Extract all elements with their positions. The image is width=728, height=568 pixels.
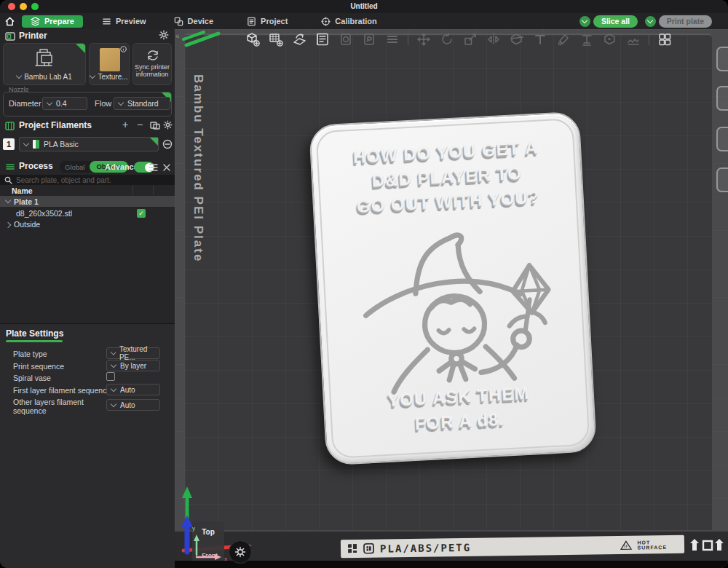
view-tool-button[interactable] bbox=[716, 167, 728, 192]
tab-project[interactable]: Project bbox=[238, 15, 296, 28]
sign-text-line: HOW DO YOU GET A bbox=[312, 133, 580, 172]
printer-device-icon bbox=[33, 48, 58, 68]
bambu-logo-icon bbox=[348, 544, 357, 553]
home-button[interactable] bbox=[0, 17, 19, 26]
object-table-icon[interactable] bbox=[314, 31, 331, 47]
clone-plate-icon[interactable] bbox=[338, 31, 354, 47]
tree-outside-label: Outside bbox=[14, 220, 40, 229]
tab-preview-label: Preview bbox=[116, 17, 146, 25]
mirror-icon[interactable] bbox=[486, 31, 502, 47]
sync-printer-label: Sync printer information bbox=[133, 63, 171, 78]
tree-row-object[interactable]: d8_260x3502.stl ✓ bbox=[0, 208, 175, 218]
add-object-icon[interactable] bbox=[245, 31, 261, 47]
print-sequence-select[interactable]: By layer bbox=[106, 360, 160, 371]
object-visible-checkbox[interactable]: ✓ bbox=[137, 209, 146, 218]
printer-device-label: Bambu Lab A1 bbox=[24, 73, 72, 81]
move-icon[interactable] bbox=[416, 31, 432, 47]
plate-slice-indicator-icon[interactable] bbox=[181, 29, 223, 48]
viewport-settings-button[interactable] bbox=[229, 540, 252, 564]
search-input[interactable] bbox=[0, 175, 175, 185]
tab-device[interactable]: Device bbox=[165, 15, 222, 28]
plate-label: Texture... bbox=[98, 73, 127, 81]
slice-options-chevron[interactable] bbox=[579, 16, 590, 27]
scope-global-option[interactable]: Global bbox=[60, 163, 90, 171]
fuzzy-skin-icon[interactable] bbox=[625, 31, 641, 47]
filament-sync-icon[interactable] bbox=[150, 121, 160, 130]
view-tool-button[interactable] bbox=[716, 86, 728, 111]
gear-icon bbox=[234, 545, 247, 559]
textured-plate-thumbnail bbox=[100, 48, 120, 71]
add-plate-icon[interactable] bbox=[268, 31, 284, 47]
tab-project-label: Project bbox=[261, 17, 288, 25]
add-filament-button[interactable]: + bbox=[122, 119, 128, 130]
arrange-icon[interactable] bbox=[657, 31, 673, 47]
search-icon bbox=[4, 176, 12, 184]
sidebar-collapse-handle[interactable]: « bbox=[175, 32, 180, 40]
warning-line2: SURFACE bbox=[638, 545, 668, 551]
print-sequence-label: Print sequence bbox=[13, 362, 64, 371]
sign-text-line: D&D PLAYER TO bbox=[312, 158, 581, 197]
chevron-down-icon bbox=[23, 140, 29, 146]
rotate-icon[interactable] bbox=[439, 31, 455, 47]
view-tool-button[interactable] bbox=[716, 47, 728, 71]
nozzle-diameter-select[interactable]: 0.4 bbox=[42, 97, 87, 110]
tab-prepare[interactable]: Prepare bbox=[22, 15, 83, 28]
spiral-vase-label: Spiral vase bbox=[13, 374, 51, 382]
filament-slot-number[interactable]: 1 bbox=[3, 138, 15, 150]
remove-filament-button[interactable]: − bbox=[137, 119, 143, 130]
filament-settings-gear-icon[interactable] bbox=[163, 120, 173, 130]
gizmo-y-axis-label: y bbox=[192, 525, 195, 532]
nozzle-diameter-label: Diameter bbox=[9, 99, 41, 108]
bambu-studio-window: Untitled Prepare Preview Device Project … bbox=[0, 0, 728, 568]
tree-row-outside[interactable]: Outside bbox=[0, 218, 175, 229]
tab-preview[interactable]: Preview bbox=[93, 15, 155, 28]
spiral-vase-checkbox[interactable] bbox=[106, 372, 115, 381]
collapse-filament-icon[interactable] bbox=[162, 139, 173, 149]
chevron-down-icon bbox=[111, 385, 116, 391]
flow-select[interactable]: Standard bbox=[114, 97, 170, 110]
tab-calibration[interactable]: Calibration bbox=[312, 15, 385, 28]
support-paint-icon[interactable] bbox=[579, 31, 595, 47]
seam-paint-icon[interactable] bbox=[602, 31, 618, 47]
build-plate-card[interactable]: Texture... bbox=[89, 43, 130, 85]
tree-row-plate[interactable]: Plate 1 bbox=[0, 196, 175, 207]
text-tool-icon[interactable] bbox=[532, 31, 548, 47]
flow-value: Standard bbox=[127, 99, 159, 108]
scale-icon[interactable] bbox=[462, 31, 478, 47]
slice-all-button[interactable]: Slice all bbox=[593, 15, 638, 28]
plate-type-select[interactable]: Textured PE... bbox=[106, 347, 160, 359]
chevron-down-icon bbox=[118, 99, 124, 105]
view-cube[interactable]: Top Front y x bbox=[192, 521, 227, 562]
printed-sign-model[interactable]: HOW DO YOU GET A D&D PLAYER TO GO OUT WI… bbox=[309, 111, 597, 466]
gcode-preview-icon[interactable] bbox=[384, 31, 400, 47]
toolbar-separator bbox=[408, 33, 408, 45]
plate-info-icon[interactable] bbox=[120, 46, 127, 52]
first-layer-seq-value: Auto bbox=[120, 386, 135, 394]
tune-icon[interactable] bbox=[162, 163, 171, 172]
param-list-icon[interactable] bbox=[149, 163, 158, 172]
viewport-3d[interactable]: « bbox=[175, 29, 728, 568]
plate-type-value: Textured PE... bbox=[119, 345, 155, 361]
auto-orient-icon[interactable] bbox=[291, 31, 307, 47]
plate-handling-icons bbox=[690, 537, 724, 553]
view-tool-button[interactable] bbox=[716, 127, 728, 151]
printer-settings-gear-icon[interactable] bbox=[159, 30, 169, 43]
sync-icon bbox=[146, 48, 160, 63]
cut-icon[interactable] bbox=[509, 31, 525, 47]
filament-select[interactable]: PLA Basic bbox=[19, 137, 159, 151]
filament-icon bbox=[5, 122, 15, 130]
chevron-down-icon bbox=[111, 350, 116, 355]
gizmo-x-axis-label: x bbox=[224, 556, 227, 562]
printer-card[interactable]: Bambu Lab A1 bbox=[3, 43, 86, 85]
first-layer-seq-select[interactable]: Auto bbox=[106, 384, 160, 395]
title-bar: Untitled bbox=[0, 0, 728, 13]
sign-text-line: FOR A d8. bbox=[325, 402, 594, 441]
color-paint-icon[interactable] bbox=[555, 31, 571, 47]
sync-printer-card[interactable]: Sync printer information bbox=[132, 43, 172, 85]
process-title: Process bbox=[19, 161, 53, 171]
print-options-chevron[interactable] bbox=[645, 16, 656, 27]
chevron-right-icon bbox=[5, 221, 11, 227]
print-plate-button[interactable]: Print plate bbox=[659, 15, 712, 28]
plate-settings-icon[interactable] bbox=[361, 31, 377, 47]
other-layers-seq-select[interactable]: Auto bbox=[106, 399, 160, 411]
